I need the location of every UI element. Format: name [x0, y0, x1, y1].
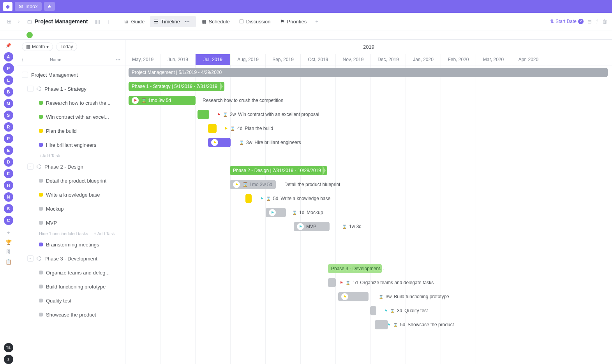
list-item[interactable]: Showcase the product: [17, 308, 125, 322]
avatar[interactable]: M: [4, 99, 13, 108]
add-task-button[interactable]: + Add Task: [39, 153, 60, 158]
month-header[interactable]: Mar, 2020: [476, 54, 511, 65]
month-header[interactable]: Apr, 2020: [511, 54, 546, 65]
twisty-icon[interactable]: −: [27, 255, 34, 262]
settings-icon[interactable]: ⊟: [587, 19, 592, 25]
apps-icon[interactable]: ⊞: [5, 18, 14, 25]
column-options-icon[interactable]: •••: [116, 57, 120, 62]
avatar[interactable]: L: [4, 76, 13, 85]
board-icon[interactable]: ▥: [93, 18, 102, 25]
more-icon[interactable]: •••: [182, 18, 192, 25]
list-item[interactable]: Quality test: [17, 294, 125, 308]
avatar[interactable]: P: [4, 64, 13, 73]
gantt-timeline[interactable]: 2019 May, 2019Jun, 2019Jul, 2019Aug, 201…: [125, 40, 612, 364]
tab-guide[interactable]: 🗎Guide: [120, 16, 149, 27]
book-icon[interactable]: ▯: [104, 18, 112, 25]
avatar[interactable]: S: [4, 111, 13, 120]
hide-unscheduled-button[interactable]: Hide 1 unscheduled tasks: [39, 231, 88, 236]
gantt-bar[interactable]: [208, 124, 217, 133]
month-header[interactable]: Nov, 2019: [336, 54, 371, 65]
gantt-bar[interactable]: ⚑⌛ 1mo 3w 5d: [230, 180, 276, 189]
tab-discussion[interactable]: ☐Discussion: [235, 16, 275, 27]
user-badge[interactable]: TB: [4, 343, 13, 352]
list-item[interactable]: Plan the build: [17, 124, 125, 138]
gantt-bar-phase2[interactable]: Phase 2 - Design | 7/31/2019 - 10/28/201…: [230, 166, 327, 175]
tab-priorities[interactable]: ⚑Priorities: [276, 16, 311, 27]
gantt-bar[interactable]: ⚑: [208, 138, 231, 147]
avatar[interactable]: [26, 32, 33, 38]
avatar[interactable]: A: [4, 52, 13, 62]
gantt-bar[interactable]: ⚑MVP: [294, 222, 330, 231]
avatar[interactable]: D: [4, 157, 13, 167]
twisty-icon[interactable]: −: [27, 164, 34, 170]
list-item[interactable]: Mockup: [17, 202, 125, 216]
list-item[interactable]: Write a knowledge base: [17, 188, 125, 202]
chevron-right-icon[interactable]: ›: [16, 18, 22, 25]
gantt-bar[interactable]: [370, 306, 376, 315]
month-header[interactable]: Dec, 2019: [371, 54, 406, 65]
twisty-icon[interactable]: −: [27, 86, 34, 92]
app-logo[interactable]: ◆: [3, 2, 12, 11]
month-header[interactable]: Feb, 2020: [441, 54, 476, 65]
month-header[interactable]: Jan, 2020: [406, 54, 441, 65]
gantt-bar[interactable]: ⚑: [266, 208, 286, 217]
gantt-bar-root[interactable]: Project Management | 5/1/2019 - 4/29/202…: [129, 68, 608, 77]
zoom-selector[interactable]: ▦Month▾: [22, 42, 53, 51]
tab-schedule[interactable]: ▦Schedule: [198, 16, 233, 27]
avatar[interactable]: S: [4, 204, 13, 213]
twisty-icon[interactable]: −: [22, 72, 28, 78]
month-header[interactable]: May, 2019: [125, 54, 160, 65]
favorite-button[interactable]: ★: [44, 2, 55, 11]
gantt-bar-phase1[interactable]: Phase 1 - Strategy | 5/1/2019 - 7/31/201…: [129, 82, 224, 91]
list-item[interactable]: Win contract with an excel...: [17, 110, 125, 124]
gantt-bar-phase3[interactable]: Phase 3 - Development...: [328, 264, 382, 273]
briefcase-icon[interactable]: 🗄: [6, 249, 11, 255]
list-item[interactable]: MVP: [17, 216, 125, 230]
share-icon[interactable]: ⤴: [596, 19, 598, 25]
list-item[interactable]: Research how to crush the...: [17, 96, 125, 110]
month-header[interactable]: Jun, 2019: [160, 54, 196, 65]
list-row-root[interactable]: − Project Management: [17, 68, 125, 82]
add-task-button[interactable]: + Add Task: [94, 231, 115, 236]
today-button[interactable]: Today: [56, 42, 77, 51]
avatar[interactable]: R: [4, 122, 13, 132]
gantt-bar[interactable]: [328, 278, 336, 287]
month-header[interactable]: Aug, 2019: [231, 54, 266, 65]
avatar[interactable]: E: [4, 146, 13, 155]
avatar[interactable]: N: [4, 192, 13, 202]
avatar[interactable]: H: [4, 181, 13, 190]
gantt-bar[interactable]: ⚑⌛ 1mo 3w 5d: [129, 96, 196, 105]
trophy-icon[interactable]: 🏆: [5, 239, 12, 245]
month-header[interactable]: Jul, 2019: [196, 54, 231, 65]
breadcrumb[interactable]: 🗀 Project Management: [24, 18, 91, 25]
pin-icon[interactable]: 📌: [5, 43, 11, 48]
list-item[interactable]: Build functioning prototype: [17, 280, 125, 294]
gantt-bar[interactable]: [198, 110, 209, 119]
avatar[interactable]: E: [4, 169, 13, 178]
count-badge[interactable]: 2: [4, 355, 13, 364]
list-item[interactable]: Hire brilliant engineers: [17, 138, 125, 152]
avatar[interactable]: P: [4, 134, 13, 143]
list-row-phase2[interactable]: − Phase 2 - Design: [17, 160, 125, 174]
clipboard-icon[interactable]: 📋: [5, 259, 12, 265]
list-item[interactable]: Brainstorming meetings: [17, 237, 125, 251]
add-view-button[interactable]: +: [312, 18, 321, 25]
gantt-bar[interactable]: [375, 320, 388, 329]
clear-sort-icon[interactable]: ✕: [578, 19, 584, 24]
gantt-bar[interactable]: ⚑: [338, 292, 369, 301]
tab-timeline[interactable]: ☰Timeline•••: [150, 16, 196, 27]
inbox-button[interactable]: ✉ Inbox: [15, 2, 42, 11]
month-header[interactable]: Sep, 2019: [266, 54, 301, 65]
add-member-button[interactable]: +: [7, 230, 10, 236]
collapse-sidebar-icon[interactable]: ⟨: [22, 57, 23, 62]
avatar[interactable]: C: [4, 216, 13, 225]
list-item[interactable]: Organize teams and deleg...: [17, 266, 125, 280]
list-row-phase1[interactable]: − Phase 1 - Strategy: [17, 82, 125, 96]
avatar[interactable]: B: [4, 87, 13, 97]
trash-icon[interactable]: 🗑: [602, 19, 607, 25]
gantt-bar[interactable]: [245, 194, 252, 203]
list-row-phase3[interactable]: − Phase 3 - Development: [17, 251, 125, 266]
list-item[interactable]: Detail the product blueprint: [17, 174, 125, 188]
month-header[interactable]: Oct, 2019: [301, 54, 336, 65]
sort-by-control[interactable]: ⇅ Start Date ✕: [550, 19, 584, 24]
